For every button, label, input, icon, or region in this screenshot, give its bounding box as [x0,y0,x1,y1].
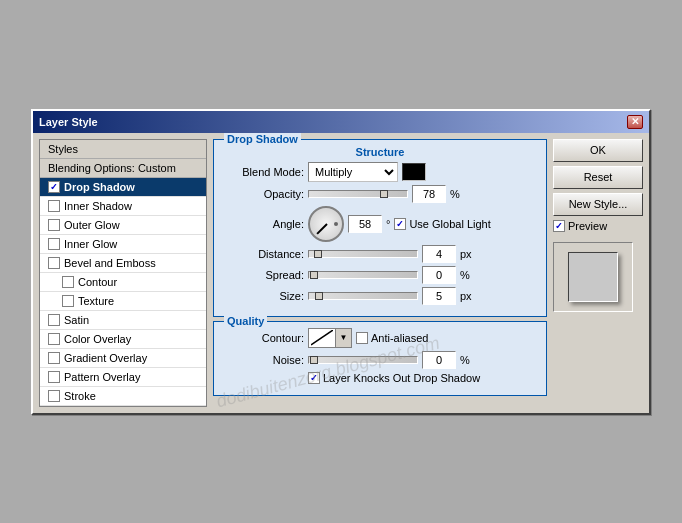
checkbox-stroke[interactable] [48,390,60,402]
sidebar-label-outer-glow: Outer Glow [64,219,120,231]
noise-unit: % [460,354,470,366]
sidebar-label-drop-shadow: Drop Shadow [64,181,135,193]
preview-inner [568,252,618,302]
noise-input[interactable] [422,351,456,369]
anti-aliased-label: Anti-aliased [371,332,428,344]
checkbox-gradient-overlay[interactable] [48,352,60,364]
blend-mode-select[interactable]: MultiplyNormalScreenOverlayDarkenLighten [308,162,398,182]
window-title: Layer Style [39,116,98,128]
contour-label: Contour: [224,332,304,344]
spread-slider[interactable] [308,271,418,279]
window-body: StylesBlending Options: Custom✓Drop Shad… [33,133,649,413]
sidebar-item-color-overlay[interactable]: Color Overlay [40,330,206,349]
distance-slider[interactable] [308,250,418,258]
checkbox-pattern-overlay[interactable] [48,371,60,383]
opacity-label: Opacity: [224,188,304,200]
global-light-label: Use Global Light [409,218,490,230]
contour-curve-icon [311,330,333,346]
opacity-unit: % [450,188,460,200]
contour-row: Contour: ▼ Anti-aliased [224,328,536,348]
layer-knocks-checkbox[interactable]: ✓ [308,372,320,384]
sidebar-item-contour[interactable]: Contour [40,273,206,292]
sidebar-item-drop-shadow[interactable]: ✓Drop Shadow [40,178,206,197]
sidebar-item-blending[interactable]: Blending Options: Custom [40,159,206,178]
sidebar-label-satin: Satin [64,314,89,326]
opacity-input[interactable] [412,185,446,203]
dial-needle [316,223,327,234]
checkbox-inner-shadow[interactable] [48,200,60,212]
size-slider-thumb[interactable] [315,292,323,300]
preview-checkbox[interactable]: ✓ [553,220,565,232]
checkbox-color-overlay[interactable] [48,333,60,345]
sidebar-item-inner-glow[interactable]: Inner Glow [40,235,206,254]
right-panel: OK Reset New Style... ✓ Preview [553,139,643,407]
spread-slider-thumb[interactable] [310,271,318,279]
anti-aliased-container: Anti-aliased [356,332,428,344]
opacity-slider-thumb[interactable] [380,190,388,198]
checkbox-drop-shadow[interactable]: ✓ [48,181,60,193]
sidebar-item-satin[interactable]: Satin [40,311,206,330]
distance-input[interactable] [422,245,456,263]
global-light-checkbox[interactable]: ✓ [394,218,406,230]
sidebar-item-styles[interactable]: Styles [40,140,206,159]
sidebar-item-bevel-emboss[interactable]: Bevel and Emboss [40,254,206,273]
anti-aliased-checkbox[interactable] [356,332,368,344]
sidebar-label-gradient-overlay: Gradient Overlay [64,352,147,364]
checkbox-contour[interactable] [62,276,74,288]
contour-preview[interactable] [308,328,336,348]
titlebar: Layer Style ✕ [33,111,649,133]
layer-knocks-row: ✓ Layer Knocks Out Drop Shadow [224,372,536,384]
sidebar-label-texture: Texture [78,295,114,307]
sidebar-item-gradient-overlay[interactable]: Gradient Overlay [40,349,206,368]
opacity-slider-container [308,190,408,198]
ok-button[interactable]: OK [553,139,643,162]
new-style-button[interactable]: New Style... [553,193,643,216]
sidebar-item-texture[interactable]: Texture [40,292,206,311]
size-input[interactable] [422,287,456,305]
checkbox-satin[interactable] [48,314,60,326]
contour-dropdown-arrow[interactable]: ▼ [336,328,352,348]
sidebar-label-stroke: Stroke [64,390,96,402]
blend-mode-label: Blend Mode: [224,166,304,178]
noise-slider-thumb[interactable] [310,356,318,364]
distance-slider-thumb[interactable] [314,250,322,258]
sidebar-item-outer-glow[interactable]: Outer Glow [40,216,206,235]
sidebar-item-stroke[interactable]: Stroke [40,387,206,406]
checkbox-outer-glow[interactable] [48,219,60,231]
close-button[interactable]: ✕ [627,115,643,129]
checkbox-texture[interactable] [62,295,74,307]
blend-mode-color-swatch[interactable] [402,163,426,181]
layer-knocks-container: ✓ Layer Knocks Out Drop Shadow [308,372,480,384]
left-panel: StylesBlending Options: Custom✓Drop Shad… [39,139,207,407]
drop-shadow-title: Drop Shadow [224,133,301,145]
svg-line-0 [311,330,333,345]
main-content: Drop Shadow Structure Blend Mode: Multip… [213,139,547,407]
spread-label: Spread: [224,269,304,281]
sidebar-label-inner-shadow: Inner Shadow [64,200,132,212]
sidebar-label-blending: Blending Options: Custom [48,162,176,174]
distance-row: Distance: px [224,245,536,263]
quality-section: Quality Contour: ▼ Anti-alia [213,321,547,396]
sidebar-label-color-overlay: Color Overlay [64,333,131,345]
distance-label: Distance: [224,248,304,260]
sidebar-item-pattern-overlay[interactable]: Pattern Overlay [40,368,206,387]
spread-input[interactable] [422,266,456,284]
contour-dropdown[interactable]: ▼ [308,328,352,348]
drop-shadow-section: Drop Shadow Structure Blend Mode: Multip… [213,139,547,317]
angle-row: Angle: ° ✓ Use Global Light [224,206,536,242]
noise-slider[interactable] [308,356,418,364]
noise-row: Noise: % [224,351,536,369]
opacity-slider-track[interactable] [308,190,408,198]
size-slider[interactable] [308,292,418,300]
spread-row: Spread: % [224,266,536,284]
sidebar-label-contour: Contour [78,276,117,288]
angle-input[interactable] [348,215,382,233]
sidebar-label-pattern-overlay: Pattern Overlay [64,371,140,383]
reset-button[interactable]: Reset [553,166,643,189]
angle-label: Angle: [224,218,304,230]
layer-knocks-label: Layer Knocks Out Drop Shadow [323,372,480,384]
checkbox-inner-glow[interactable] [48,238,60,250]
sidebar-item-inner-shadow[interactable]: Inner Shadow [40,197,206,216]
angle-dial[interactable] [308,206,344,242]
checkbox-bevel-emboss[interactable] [48,257,60,269]
